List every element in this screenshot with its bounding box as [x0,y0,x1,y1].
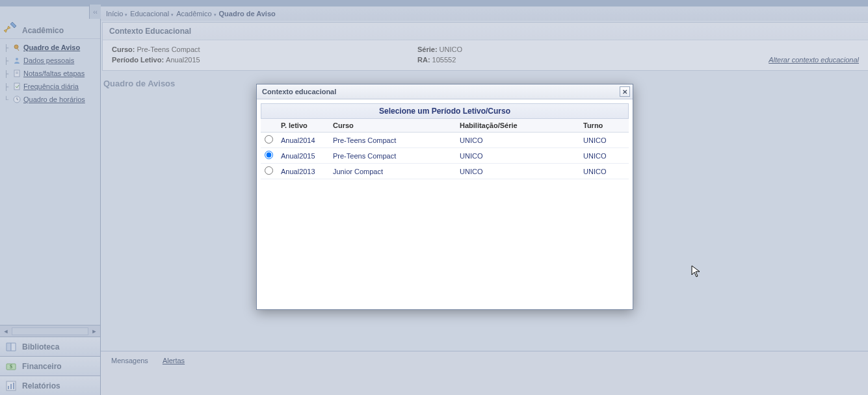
cell-habilitacao: UNICO [456,133,579,148]
col-turno: Turno [579,119,629,133]
report-icon [4,379,18,393]
col-radio [261,119,277,133]
sidebar-item-label[interactable]: Quadro de horários [23,96,85,103]
chevron-down-icon: ▾ [170,12,174,17]
table-row[interactable]: Anual2014 Pre-Teens Compact UNICO UNICO [261,133,629,148]
sidebar-header: Acadêmico [0,6,100,39]
close-icon: ✕ [622,88,627,96]
sidebar-item-label[interactable]: Quadro de Aviso [23,44,80,51]
modal-subtitle: Selecione um Período Letivo/Curso [261,103,629,119]
sidebar-section-label: Biblioteca [22,342,59,351]
clock-icon [12,95,21,104]
check-document-icon [12,82,21,91]
breadcrumb-current: Quadro de Aviso [219,10,276,18]
breadcrumb: Início ▾ Educacional ▾ Acadêmico ▾ Quadr… [101,6,868,21]
sidebar-scroll: ◄ ► [0,325,100,337]
period-radio[interactable] [265,151,273,159]
svg-rect-13 [8,386,9,389]
svg-point-2 [16,58,18,60]
tree-connector-icon: ├ [4,83,10,90]
tab-mensagens[interactable]: Mensagens [106,355,153,366]
sidebar-header-title: Acadêmico [22,26,64,35]
modal-contexto-educacional: Contexto educacional ✕ Selecione um Perí… [256,84,633,310]
breadcrumb-item[interactable]: Acadêmico ▾ [176,10,216,18]
col-curso: Curso [329,119,456,133]
cell-p-letivo: Anual2013 [277,164,329,179]
cell-turno: UNICO [579,148,629,164]
svg-text:$: $ [10,364,12,370]
sidebar-item-notas-faltas[interactable]: ├ Notas/faltas etapas [3,67,100,80]
tree-connector-icon: ├ [4,44,10,51]
sidebar-item-label[interactable]: Dados pessoais [23,57,74,64]
scroll-right-icon[interactable]: ► [90,327,99,336]
cell-turno: UNICO [579,133,629,148]
svg-line-1 [17,48,19,51]
table-row[interactable]: Anual2015 Pre-Teens Compact UNICO UNICO [261,148,629,164]
svg-point-0 [14,45,18,49]
context-curso: Curso:Pre-Teens Compact [112,45,417,53]
sidebar-item-label[interactable]: Frequência diária [23,83,79,90]
bottom-panel: Mensagens Alertas [101,351,868,395]
money-icon: $ [4,359,18,374]
scroll-left-icon[interactable]: ◄ [1,327,10,336]
table-row[interactable]: Anual2013 Junior Compact UNICO UNICO [261,164,629,179]
context-panel-title: Contexto Educacional [103,23,868,40]
sidebar-item-frequencia[interactable]: ├ Frequência diária [3,80,100,93]
cell-p-letivo: Anual2015 [277,148,329,164]
pin-icon [12,43,21,52]
bottom-tabs: Mensagens Alertas [101,351,868,370]
scroll-track[interactable] [12,327,88,335]
breadcrumb-item[interactable]: Educacional ▾ [130,10,174,18]
context-ra: RA:105552 [417,56,723,64]
tree-connector-icon: └ [4,96,10,103]
book-icon [4,340,18,354]
svg-rect-6 [14,83,20,90]
modal-close-button[interactable]: ✕ [620,86,630,97]
tree-connector-icon: ├ [4,57,10,64]
cell-curso: Junior Compact [329,164,456,179]
chevron-down-icon: ▾ [213,12,217,17]
mouse-cursor-icon [691,265,702,278]
sidebar-item-horarios[interactable]: └ Quadro de horários [3,93,100,106]
sidebar-section-label: Financeiro [22,362,62,371]
tab-alertas[interactable]: Alertas [157,355,190,366]
context-panel: Contexto Educacional Curso:Pre-Teens Com… [102,22,868,71]
top-bar [0,0,868,6]
sidebar-item-quadro-de-aviso[interactable]: ├ Quadro de Aviso [3,41,100,54]
cell-curso: Pre-Teens Compact [329,148,456,164]
change-context-link[interactable]: Alterar contexto educacional [769,56,859,64]
col-p-letivo: P. letivo [277,119,329,133]
wrench-pencil-icon [3,19,19,35]
sidebar: ‹‹ Acadêmico ├ Quadro de Aviso ├ Dados p… [0,6,101,395]
modal-body: Selecione um Período Letivo/Curso P. let… [257,99,633,183]
sidebar-section-label: Relatórios [22,381,60,390]
person-icon [12,56,21,65]
sidebar-section-relatorios[interactable]: Relatórios [0,376,100,395]
sidebar-bottom: ◄ ► Biblioteca $ Financeiro Relatórios [0,325,100,395]
cell-curso: Pre-Teens Compact [329,133,456,148]
document-icon [12,69,21,78]
sidebar-item-dados-pessoais[interactable]: ├ Dados pessoais [3,54,100,67]
col-habilitacao: Habilitação/Série [456,119,579,133]
svg-rect-14 [10,384,12,389]
context-periodo: Período Letivo:Anual2015 [112,56,417,64]
sidebar-item-label[interactable]: Notas/faltas etapas [23,70,85,77]
tree-connector-icon: ├ [4,70,10,77]
svg-rect-15 [13,383,14,389]
period-table: P. letivo Curso Habilitação/Série Turno … [261,119,629,179]
sidebar-tree: ├ Quadro de Aviso ├ Dados pessoais ├ Not… [0,39,100,108]
cell-turno: UNICO [579,164,629,179]
change-context-link-wrap: Alterar contexto educacional [723,56,859,64]
sidebar-collapse-button[interactable]: ‹‹ [89,5,101,19]
chevron-down-icon: ▾ [124,12,127,17]
cell-p-letivo: Anual2014 [277,133,329,148]
breadcrumb-item[interactable]: Início ▾ [106,10,127,18]
context-serie: Série:UNICO [417,45,723,53]
period-radio[interactable] [265,135,273,144]
sidebar-section-biblioteca[interactable]: Biblioteca [0,337,100,356]
modal-titlebar: Contexto educacional ✕ [257,84,633,99]
modal-title-text: Contexto educacional [262,88,336,96]
cell-habilitacao: UNICO [456,164,579,179]
period-radio[interactable] [265,166,273,175]
sidebar-section-financeiro[interactable]: $ Financeiro [0,356,100,376]
